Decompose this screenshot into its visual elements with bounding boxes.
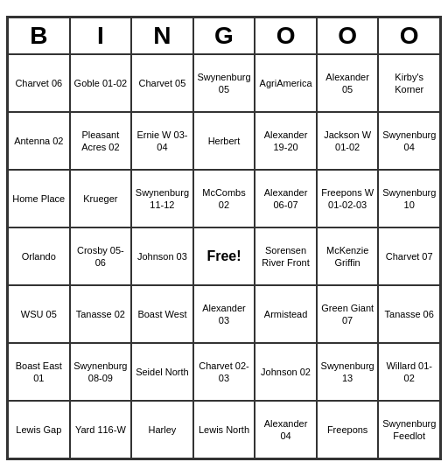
bingo-cell-r1-c5: Jackson W 01-02 bbox=[317, 112, 379, 170]
bingo-cell-r5-c1: Swynenburg 08-09 bbox=[70, 343, 132, 401]
bingo-cell-r2-c5: Freepons W 01-02-03 bbox=[317, 170, 379, 228]
bingo-cell-r4-c5: Green Giant 07 bbox=[317, 285, 379, 343]
bingo-cell-r3-c6: Charvet 07 bbox=[378, 228, 440, 285]
bingo-cell-r6-c5: Freepons bbox=[317, 401, 379, 458]
header-letter-O-6: O bbox=[378, 18, 440, 54]
bingo-cell-r6-c2: Harley bbox=[131, 401, 193, 458]
bingo-cell-r4-c1: Tanasse 02 bbox=[70, 285, 132, 343]
header-letter-G-3: G bbox=[193, 18, 256, 54]
bingo-cell-r3-c0: Orlando bbox=[8, 228, 70, 285]
bingo-cell-r1-c4: Alexander 19-20 bbox=[255, 112, 317, 170]
bingo-cell-r0-c1: Goble 01-02 bbox=[70, 54, 132, 112]
bingo-cell-r2-c0: Home Place bbox=[8, 170, 70, 228]
bingo-header: BINGOOO bbox=[8, 18, 440, 54]
header-letter-N-2: N bbox=[131, 18, 193, 54]
bingo-cell-r6-c4: Alexander 04 bbox=[255, 401, 317, 458]
header-letter-I-1: I bbox=[70, 18, 132, 54]
bingo-cell-r3-c3: Free! bbox=[193, 228, 256, 285]
bingo-cell-r0-c4: AgriAmerica bbox=[255, 54, 317, 112]
bingo-cell-r4-c0: WSU 05 bbox=[8, 285, 70, 343]
bingo-cell-r1-c1: Pleasant Acres 02 bbox=[70, 112, 132, 170]
bingo-grid: Charvet 06Goble 01-02Charvet 05Swynenbur… bbox=[8, 54, 440, 458]
bingo-cell-r2-c2: Swynenburg 11-12 bbox=[131, 170, 193, 228]
bingo-cell-r5-c6: Willard 01-02 bbox=[378, 343, 440, 401]
bingo-cell-r0-c5: Alexander 05 bbox=[317, 54, 379, 112]
bingo-cell-r4-c4: Armistead bbox=[255, 285, 317, 343]
bingo-cell-r2-c1: Krueger bbox=[70, 170, 132, 228]
bingo-cell-r5-c3: Charvet 02-03 bbox=[193, 343, 256, 401]
bingo-cell-r4-c6: Tanasse 06 bbox=[378, 285, 440, 343]
bingo-cell-r0-c2: Charvet 05 bbox=[131, 54, 193, 112]
header-letter-B-0: B bbox=[8, 18, 70, 54]
bingo-cell-r1-c0: Antenna 02 bbox=[8, 112, 70, 170]
bingo-cell-r6-c0: Lewis Gap bbox=[8, 401, 70, 458]
bingo-cell-r6-c3: Lewis North bbox=[193, 401, 256, 458]
bingo-cell-r0-c0: Charvet 06 bbox=[8, 54, 70, 112]
bingo-cell-r6-c1: Yard 116-W bbox=[70, 401, 132, 458]
bingo-card: BINGOOO Charvet 06Goble 01-02Charvet 05S… bbox=[6, 16, 442, 460]
bingo-cell-r1-c3: Herbert bbox=[193, 112, 256, 170]
bingo-cell-r1-c6: Swynenburg 04 bbox=[378, 112, 440, 170]
bingo-cell-r0-c6: Kirby's Korner bbox=[378, 54, 440, 112]
bingo-cell-r2-c4: Alexander 06-07 bbox=[255, 170, 317, 228]
bingo-cell-r4-c2: Boast West bbox=[131, 285, 193, 343]
bingo-cell-r5-c0: Boast East 01 bbox=[8, 343, 70, 401]
bingo-cell-r5-c2: Seidel North bbox=[131, 343, 193, 401]
bingo-cell-r3-c2: Johnson 03 bbox=[131, 228, 193, 285]
bingo-cell-r0-c3: Swynenburg 05 bbox=[193, 54, 256, 112]
bingo-cell-r6-c6: Swynenburg Feedlot bbox=[378, 401, 440, 458]
bingo-cell-r5-c4: Johnson 02 bbox=[255, 343, 317, 401]
bingo-cell-r5-c5: Swynenburg 13 bbox=[317, 343, 379, 401]
bingo-cell-r3-c4: Sorensen River Front bbox=[255, 228, 317, 285]
bingo-cell-r3-c1: Crosby 05-06 bbox=[70, 228, 132, 285]
bingo-cell-r4-c3: Alexander 03 bbox=[193, 285, 256, 343]
bingo-cell-r3-c5: McKenzie Griffin bbox=[317, 228, 379, 285]
bingo-cell-r2-c6: Swynenburg 10 bbox=[378, 170, 440, 228]
header-letter-O-5: O bbox=[317, 18, 379, 54]
header-letter-O-4: O bbox=[255, 18, 317, 54]
bingo-cell-r2-c3: McCombs 02 bbox=[193, 170, 256, 228]
bingo-cell-r1-c2: Ernie W 03-04 bbox=[131, 112, 193, 170]
